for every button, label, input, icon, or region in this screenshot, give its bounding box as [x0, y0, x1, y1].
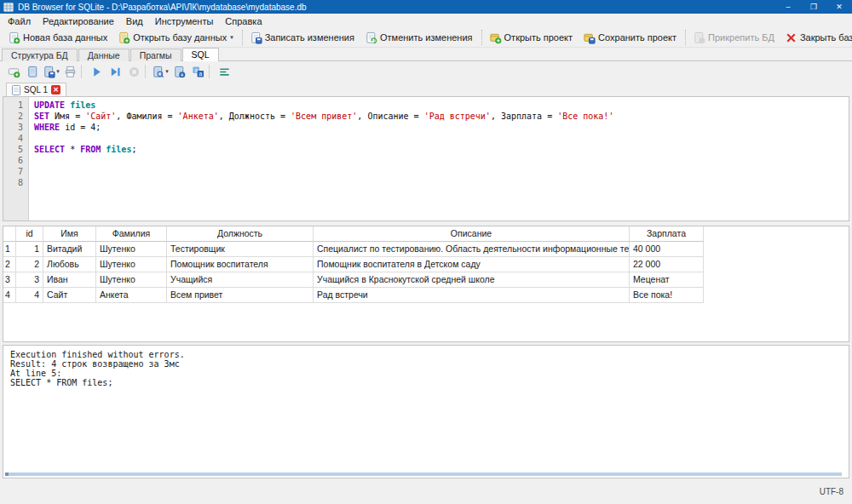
table-cell[interactable]: Помощник воспитателя в Детском саду: [314, 257, 630, 272]
dropdown-caret-icon[interactable]: ▾: [165, 68, 169, 75]
code-line: SELECT * FROM files;: [34, 144, 849, 155]
sql-editor[interactable]: 12345678 UPDATE filesSET Имя = 'Сайт', Ф…: [3, 96, 849, 221]
table-cell[interactable]: 1: [16, 242, 43, 257]
menu-view[interactable]: Вид: [120, 14, 149, 27]
app-logo-icon: [3, 3, 14, 12]
row-number[interactable]: 4: [3, 288, 16, 303]
minimize-button[interactable]: –: [775, 0, 801, 14]
menu-edit[interactable]: Редактирование: [37, 14, 120, 27]
word-wrap-icon[interactable]: [215, 63, 233, 80]
open-database-button[interactable]: Открыть базу данных▾: [113, 29, 239, 47]
sql-document-tab[interactable]: SQL 1 ✕: [6, 83, 66, 96]
table-cell[interactable]: Тестировщик: [167, 242, 314, 257]
table-cell[interactable]: Витадий: [43, 242, 96, 257]
table-cell[interactable]: 22 000: [630, 257, 704, 272]
table-cell[interactable]: 4: [16, 288, 43, 303]
menu-tools[interactable]: Инструменты: [149, 14, 220, 27]
restore-button[interactable]: ❐: [801, 0, 826, 14]
table-cell[interactable]: 40 000: [630, 242, 704, 257]
row-number[interactable]: 1: [3, 242, 16, 257]
dropdown-caret-icon[interactable]: ▾: [56, 68, 60, 75]
save-project-button[interactable]: Сохранить проект: [579, 29, 682, 47]
close-sql-tab-icon[interactable]: ✕: [51, 85, 60, 94]
table-cell[interactable]: Специалист по тестированию. Область деят…: [314, 242, 630, 257]
table-cell[interactable]: Шутенко: [96, 242, 167, 257]
toolbar-button-label: Отменить изменения: [380, 32, 473, 43]
sql-tab-content: ▾▾aa SQL 1 ✕ 12345678 UPDATE filesSET Им…: [0, 61, 852, 478]
window-controls: – ❐ ✕: [775, 0, 852, 14]
table-cell[interactable]: Иван: [43, 272, 96, 288]
statusbar: UTF-8: [0, 478, 852, 504]
open-database-icon: [118, 32, 130, 44]
find-replace-icon[interactable]: ▾: [151, 63, 170, 80]
table-cell[interactable]: Все пока!: [630, 288, 704, 303]
toolbar-separator: [685, 30, 686, 45]
table-header-row: idИмяФамилияДолжностьОписаниеЗарплата: [3, 226, 849, 242]
table-cell[interactable]: Рад встречи: [314, 288, 630, 303]
menu-help[interactable]: Справка: [219, 14, 268, 27]
tab-db-structure[interactable]: Структура БД: [2, 49, 78, 61]
table-cell[interactable]: Шутенко: [96, 272, 167, 288]
column-header[interactable]: id: [16, 226, 43, 242]
code-line: SET Имя = 'Сайт', Фамилия = 'Анкета', До…: [34, 111, 849, 122]
table-row[interactable]: 44СайтАнкетаВсем приветРад встречиВсе по…: [3, 288, 849, 303]
log-line: Execution finished without errors.: [10, 350, 842, 359]
encoding-indicator[interactable]: UTF-8: [820, 487, 843, 496]
attach-database-button: Прикрепить БД: [688, 29, 780, 47]
line-number: 3: [3, 122, 28, 133]
column-header[interactable]: Описание: [314, 226, 630, 242]
new-database-button[interactable]: Новая база данных: [3, 29, 113, 47]
column-header[interactable]: Зарплата: [630, 226, 704, 242]
auto-complete-icon[interactable]: aa: [188, 63, 207, 80]
tab-sql[interactable]: SQL: [182, 48, 219, 61]
table-cell[interactable]: Любовь: [43, 257, 96, 272]
sql-document-icon: [12, 85, 20, 95]
table-cell[interactable]: Учащийся в Краснокутской средней школе: [314, 272, 630, 288]
table-cell[interactable]: Учащийся: [167, 272, 314, 288]
print-icon[interactable]: [60, 63, 79, 80]
column-header[interactable]: Имя: [43, 226, 96, 242]
new-sql-tab-icon[interactable]: [4, 63, 23, 80]
table-cell[interactable]: Всем привет: [167, 288, 314, 303]
menu-file[interactable]: Файл: [2, 14, 37, 27]
execute-line-icon[interactable]: [106, 63, 124, 80]
new-database-icon: [8, 32, 20, 44]
revert-changes-button[interactable]: Отменить изменения: [360, 29, 479, 47]
main-tabbar: Структура БДДанныеПрагмыSQL: [0, 48, 852, 61]
column-header[interactable]: Фамилия: [96, 226, 167, 242]
table-row[interactable]: 22ЛюбовьШутенкоПомощник воспитателяПомощ…: [3, 257, 849, 272]
row-number[interactable]: 3: [3, 272, 16, 288]
close-button[interactable]: ✕: [826, 0, 852, 14]
sql-code-area[interactable]: UPDATE filesSET Имя = 'Сайт', Фамилия = …: [29, 97, 849, 220]
table-cell[interactable]: 2: [16, 257, 43, 272]
table-cell[interactable]: Меценат: [630, 272, 704, 288]
toolbar-separator: [81, 65, 85, 78]
main-toolbar: Новая база данныхОткрыть базу данных▾Зап…: [0, 28, 852, 48]
write-changes-button[interactable]: Записать изменения: [245, 29, 360, 47]
execute-all-icon[interactable]: [87, 63, 106, 80]
corner-cell: [3, 226, 16, 242]
column-header[interactable]: Должность: [167, 226, 314, 242]
tab-browse-data[interactable]: Данные: [78, 49, 130, 61]
line-number: 6: [3, 155, 28, 166]
horizontal-scrollbar[interactable]: [5, 472, 842, 476]
titlebar: DB Browser for SQLite - D:\Разработка\AP…: [0, 0, 852, 14]
table-cell[interactable]: Помощник воспитателя: [167, 257, 314, 272]
toolbar-button-label: Открыть базу данных: [133, 32, 227, 43]
table-cell[interactable]: Анкета: [96, 288, 167, 303]
save-sql-file-icon[interactable]: ▾: [42, 63, 60, 80]
row-number[interactable]: 2: [3, 257, 16, 272]
table-cell[interactable]: Шутенко: [96, 257, 167, 272]
line-number: 4: [3, 133, 28, 144]
open-sql-file-icon[interactable]: [23, 63, 42, 80]
export-csv-icon[interactable]: [170, 63, 188, 80]
dropdown-caret-icon[interactable]: ▾: [230, 34, 233, 41]
table-cell[interactable]: Сайт: [43, 288, 96, 303]
table-row[interactable]: 33ИванШутенкоУчащийсяУчащийся в Красноку…: [3, 272, 849, 288]
results-table[interactable]: idИмяФамилияДолжностьОписаниеЗарплата11В…: [3, 226, 849, 342]
open-project-button[interactable]: Открыть проект: [485, 29, 579, 47]
table-cell[interactable]: 3: [16, 272, 43, 288]
table-row[interactable]: 11ВитадийШутенкоТестировщикСпециалист по…: [3, 242, 849, 257]
tab-pragmas[interactable]: Прагмы: [130, 49, 181, 61]
close-database-button[interactable]: Закрыть базу данных: [780, 29, 852, 47]
